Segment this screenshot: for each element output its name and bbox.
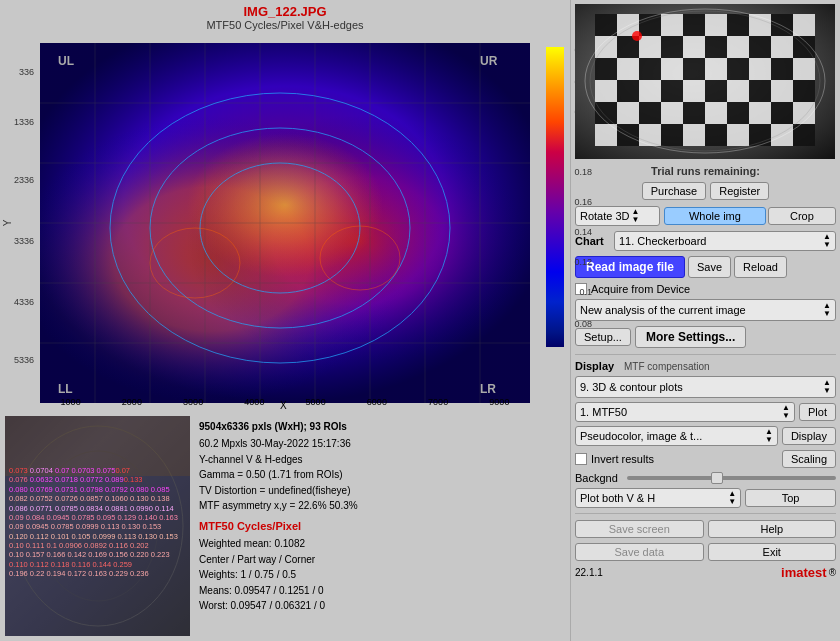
y-label-4: 3336 xyxy=(14,236,34,246)
scaling-button[interactable]: Scaling xyxy=(782,450,836,468)
chart-select-row: Chart 11. Checkerboard ▲▼ xyxy=(575,231,836,251)
corner-ur: UR xyxy=(480,54,498,68)
plot-button[interactable]: Plot xyxy=(799,403,836,421)
pseudocolor-value: Pseudocolor, image & t... xyxy=(580,430,702,442)
preview-image xyxy=(575,4,835,159)
colorbar: 0.26 0.24 0.22 0.2 0.18 0.16 0.14 0.12 0… xyxy=(546,47,564,367)
stats-line5: TV Distortion = undefined(fisheye) xyxy=(199,483,566,499)
pseudocolor-dropdown[interactable]: Pseudocolor, image & t... ▲▼ xyxy=(575,426,778,446)
stats-line3: Y-channel V & H-edges xyxy=(199,452,566,468)
file-buttons-row: Read image file Save Reload xyxy=(575,256,836,278)
y-label-1: 336 xyxy=(19,67,34,77)
stats-area: 9504x6336 pxls (WxH); 93 ROIs 60.2 Mpxls… xyxy=(195,411,570,641)
y-label-6: 5336 xyxy=(14,355,34,365)
save-data-row: Save data Exit xyxy=(575,543,836,561)
svg-point-91 xyxy=(632,31,642,41)
trial-banner: Trial runs remaining: xyxy=(575,163,836,179)
purchase-button[interactable]: Purchase xyxy=(642,182,706,200)
plot-vhand-dropdown[interactable]: Plot both V & H ▲▼ xyxy=(575,488,741,508)
imatest-brand: imatest xyxy=(781,565,827,580)
x-axis-title: X xyxy=(280,400,287,411)
version-row: 22.1.1 imatest ® xyxy=(575,565,836,580)
backgnd-label: Backgnd xyxy=(575,472,623,484)
pseudocolor-row: Pseudocolor, image & t... ▲▼ Display xyxy=(575,426,836,446)
whole-img-button[interactable]: Whole img xyxy=(664,207,766,225)
weighted-mean: Weighted mean: 0.1082 xyxy=(199,536,566,552)
fisheye-image: 0.073 0.0704 0.07 0.0703 0.0750.07 0.076… xyxy=(5,416,190,636)
stats-header: 9504x6336 pxls (WxH); 93 ROIs xyxy=(199,419,566,434)
right-panel: Trial runs remaining: Purchase Register … xyxy=(570,0,840,641)
display-dropdown[interactable]: 9. 3D & contour plots ▲▼ xyxy=(575,376,836,398)
invert-label: Invert results xyxy=(591,453,654,465)
mtf50-value: 1. MTF50 xyxy=(580,406,627,418)
top-button[interactable]: Top xyxy=(745,489,836,507)
save-screen-button[interactable]: Save screen xyxy=(575,520,704,538)
plot-vhand-arrows: ▲▼ xyxy=(728,490,736,506)
chart-value: 11. Checkerboard xyxy=(619,235,706,247)
x-label: 1000 xyxy=(61,397,81,407)
y-label-2: 1336 xyxy=(14,117,34,127)
colorbar-gradient xyxy=(546,47,564,347)
fish-overlay-text: 0.073 0.0704 0.07 0.0703 0.0750.07 0.076… xyxy=(5,416,190,636)
save-button[interactable]: Save xyxy=(688,256,731,278)
crop-button[interactable]: Crop xyxy=(768,207,836,225)
center-part: Center / Part way / Corner xyxy=(199,552,566,568)
display-label: Display xyxy=(575,360,620,372)
backgnd-row: Backgnd xyxy=(575,472,836,484)
plot-vhand-row: Plot both V & H ▲▼ Top xyxy=(575,488,836,508)
acquire-row: Acquire from Device xyxy=(575,283,836,295)
chart-arrows: ▲▼ xyxy=(823,233,831,249)
brand-area: imatest ® xyxy=(781,565,836,580)
x-label: 5000 xyxy=(306,397,326,407)
filename-title: IMG_122.JPG xyxy=(0,4,570,19)
x-label: 6000 xyxy=(367,397,387,407)
display-value: 9. 3D & contour plots xyxy=(580,381,683,393)
mtf-title: MTF50 Cycles/Pixel xyxy=(199,518,566,535)
trial-text: Trial runs remaining: xyxy=(651,165,760,177)
backgnd-slider-thumb[interactable] xyxy=(711,472,723,484)
mtf-compensation-label: MTF compensation xyxy=(624,361,710,372)
corner-ul: UL xyxy=(58,54,74,68)
version-number: 22.1.1 xyxy=(575,567,603,578)
corner-ll: LL xyxy=(58,382,73,396)
divider-2 xyxy=(575,513,836,514)
setup-button[interactable]: Setup... xyxy=(575,328,631,346)
rotate3d-select[interactable]: Rotate 3D ▲▼ xyxy=(575,206,660,226)
new-analysis-dropdown[interactable]: New analysis of the current image ▲▼ xyxy=(575,299,836,321)
weights: Weights: 1 / 0.75 / 0.5 xyxy=(199,567,566,583)
mtf50-dropdown[interactable]: 1. MTF50 ▲▼ xyxy=(575,402,795,422)
stats-line6: MTF asymmetry x,y = 22.6% 50.3% xyxy=(199,498,566,514)
exit-button[interactable]: Exit xyxy=(708,543,837,561)
x-label: 9000 xyxy=(489,397,509,407)
display-arrows: ▲▼ xyxy=(823,379,831,395)
register-button[interactable]: Register xyxy=(710,182,769,200)
new-analysis-value: New analysis of the current image xyxy=(580,304,746,316)
acquire-label: Acquire from Device xyxy=(591,283,690,295)
bottom-section: 0.073 0.0704 0.07 0.0703 0.0750.07 0.076… xyxy=(0,411,570,641)
left-panel: IMG_122.JPG MTF50 Cycles/Pixel V&H-edges… xyxy=(0,0,570,641)
plot-vhand-value: Plot both V & H xyxy=(580,492,655,504)
save-data-button[interactable]: Save data xyxy=(575,543,704,561)
more-settings-button[interactable]: More Settings... xyxy=(635,326,746,348)
corner-lr: LR xyxy=(480,382,496,396)
backgnd-slider-track[interactable] xyxy=(627,476,836,480)
display-button[interactable]: Display xyxy=(782,427,836,445)
pseudocolor-arrows: ▲▼ xyxy=(765,428,773,444)
worst: Worst: 0.09547 / 0.06321 / 0 xyxy=(199,598,566,614)
rotate-row: Rotate 3D ▲▼ Whole img Crop xyxy=(575,206,836,226)
reload-button[interactable]: Reload xyxy=(734,256,787,278)
purchase-register-row: Purchase Register xyxy=(575,182,836,200)
x-label: 2000 xyxy=(122,397,142,407)
y-axis-title: Y xyxy=(2,220,13,227)
y-label-3: 2336 xyxy=(14,175,34,185)
chart-dropdown[interactable]: 11. Checkerboard ▲▼ xyxy=(614,231,836,251)
rotate3d-arrows: ▲▼ xyxy=(632,208,640,224)
setup-row: Setup... More Settings... xyxy=(575,326,836,348)
display-header-row: Display MTF compensation xyxy=(575,360,836,372)
help-button[interactable]: Help xyxy=(708,520,837,538)
invert-checkbox[interactable] xyxy=(575,453,587,465)
invert-scaling-row: Invert results Scaling xyxy=(575,450,836,468)
save-help-row: Save screen Help xyxy=(575,520,836,538)
x-label: 4000 xyxy=(244,397,264,407)
new-analysis-arrows: ▲▼ xyxy=(823,302,831,318)
